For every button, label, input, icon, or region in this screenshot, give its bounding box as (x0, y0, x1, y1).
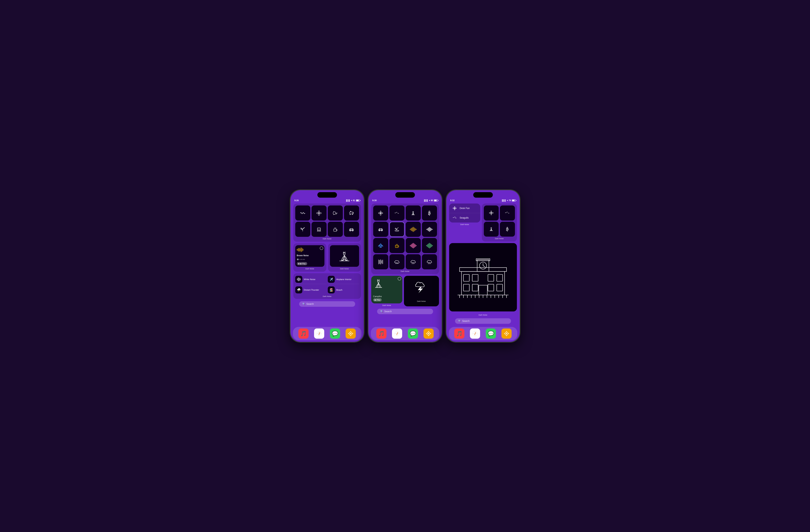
icon2-campfire[interactable] (406, 206, 421, 221)
search-icon-2: 🔍 (380, 310, 383, 313)
svg-rect-103 (488, 284, 494, 291)
icon-wave[interactable] (295, 206, 310, 221)
seagulls-row[interactable]: Seagulls (449, 213, 480, 223)
svg-line-50 (395, 263, 396, 264)
top-grid-label-1: Dark Noise (295, 238, 359, 240)
icon2-island[interactable] (389, 222, 405, 237)
svg-rect-105 (479, 285, 487, 295)
svg-point-66 (428, 333, 429, 334)
icon3-campfire[interactable] (484, 222, 499, 237)
dock-messages-1[interactable]: 💬 (330, 328, 340, 339)
campfire-bottom-label: Dark Noise (371, 304, 402, 306)
dock-music-1[interactable]: 🎵 (298, 328, 309, 339)
desk-fan-row[interactable]: Desk Fan (449, 204, 480, 213)
airplane-label: Airplane Interior (336, 278, 352, 280)
play-label-2: Play (377, 299, 380, 301)
search-label-2: Search (384, 310, 392, 313)
icon3-fan[interactable] (484, 206, 499, 221)
icon2-cloud2[interactable] (406, 254, 421, 269)
svg-line-58 (429, 263, 430, 264)
top-grid-widget-1: Dark Noise (293, 204, 361, 242)
svg-point-88 (507, 230, 508, 231)
icon3-birds[interactable] (500, 206, 515, 221)
dock-2: 🎵 💬 (371, 327, 439, 340)
status-bar-2: 9:30 ▌▌▌ ▾ 80 (369, 198, 442, 202)
school-label: Dark Noise (449, 314, 517, 316)
battery-label-3: 79 (509, 199, 511, 201)
svg-point-2 (319, 212, 321, 214)
svg-point-125 (506, 333, 507, 334)
svg-point-42 (429, 215, 430, 215)
svg-point-4 (317, 212, 319, 214)
icon-train[interactable] (311, 222, 327, 237)
status-right-2: ▌▌▌ ▾ 80 (424, 199, 438, 201)
icon3-windchime[interactable] (500, 222, 515, 237)
phone-2-screen: 9:30 ▌▌▌ ▾ 80 (369, 190, 442, 342)
top-icon-grid-1 (295, 206, 359, 237)
svg-rect-102 (472, 284, 478, 291)
desk-fan-label: Desk Fan (460, 207, 470, 210)
dock-safari-3[interactable] (470, 328, 480, 339)
icon2-car[interactable] (373, 222, 388, 237)
icon-airplane[interactable] (344, 206, 359, 221)
dock-3: 🎵 💬 (449, 327, 517, 340)
dock-overcast-1[interactable] (345, 328, 356, 339)
dock-messages-3[interactable]: 💬 (486, 328, 496, 339)
search-bar-2[interactable]: 🔍 Search (377, 309, 433, 314)
dock-music-3[interactable]: 🎵 (454, 328, 465, 339)
campfire-play-btn[interactable]: ▶ Play (373, 298, 382, 302)
list-beach[interactable]: 🏖️ Beach (328, 285, 359, 294)
icon2-wave-pink[interactable] (406, 238, 421, 253)
icon-hairdryer[interactable] (328, 206, 343, 221)
list-white-noise[interactable]: White Noise (295, 275, 327, 284)
svg-rect-100 (497, 274, 503, 281)
search-bar-1[interactable]: 🔍 Search (299, 301, 355, 307)
dock-messages-2[interactable]: 💬 (408, 328, 418, 339)
wifi-icon-2: ▾ (429, 199, 430, 201)
icon-coffee[interactable] (328, 222, 343, 237)
icon2-fan[interactable] (373, 206, 388, 221)
icon2-coffee[interactable] (389, 238, 405, 253)
status-right-3: ▌▌▌ ▾ 79 (502, 199, 516, 201)
bottom-row-2: 〰 Campfire ▶ Play (371, 276, 439, 306)
icon-car[interactable] (344, 222, 359, 237)
icon-fan[interactable] (311, 206, 327, 221)
brown-noise-label: Dark Noise (295, 268, 324, 270)
svg-point-77 (491, 211, 492, 213)
icon2-windchime[interactable] (422, 206, 437, 221)
dock-safari-2[interactable] (392, 328, 402, 339)
thunder-icon: ⛈️ (295, 286, 302, 293)
icon2-wave1[interactable] (406, 222, 421, 237)
icon2-cloud3[interactable] (422, 254, 437, 269)
list-thunder[interactable]: ⛈️ Distant Thunder (295, 285, 327, 294)
phone-3-screen: 9:32 ▌▌▌ ▾ 79 (447, 190, 520, 342)
icon-palm[interactable] (295, 222, 310, 237)
text-list-label-3: Dark Noise (449, 224, 480, 225)
dock-overcast-3[interactable] (501, 328, 512, 339)
svg-line-56 (414, 263, 414, 264)
dock-overcast-2[interactable] (423, 328, 434, 339)
desk-fan-icon (452, 205, 458, 211)
beach-label: Beach (336, 289, 342, 291)
list-airplane[interactable]: ✈️ Airplane Interior (328, 275, 359, 284)
grid-label-2: Dark Noise (373, 270, 437, 272)
icon2-birds[interactable] (389, 206, 405, 221)
icon2-wave-green[interactable] (422, 238, 437, 253)
phone-2: 9:30 ▌▌▌ ▾ 80 (368, 190, 442, 342)
icon2-wave2[interactable] (422, 222, 437, 237)
noise-widget-inner: 〰 Brown Noise 🕐 4:00 A (295, 245, 324, 267)
search-icon-3: 🔍 (458, 320, 461, 322)
icon2-airplane[interactable] (373, 238, 388, 253)
icon2-rain1[interactable] (373, 254, 388, 269)
search-bar-3[interactable]: 🔍 Search (455, 318, 511, 324)
svg-point-41 (428, 214, 429, 214)
search-label-3: Search (462, 320, 470, 322)
top-grid-widget-2: Dark Noise (371, 204, 439, 274)
dock-safari-1[interactable] (314, 328, 324, 339)
dock-music-2[interactable]: 🎵 (376, 328, 387, 339)
campfire-icon-inner (330, 245, 359, 267)
screen-content-3: Desk Fan Seagulls (447, 202, 520, 326)
icon2-cloud1[interactable] (389, 254, 405, 269)
brown-noise-play-btn[interactable]: ▶ ▶ Play (297, 262, 307, 265)
phone-1-screen: 9:26 ▌▌▌ ▾ 81 (291, 190, 364, 342)
